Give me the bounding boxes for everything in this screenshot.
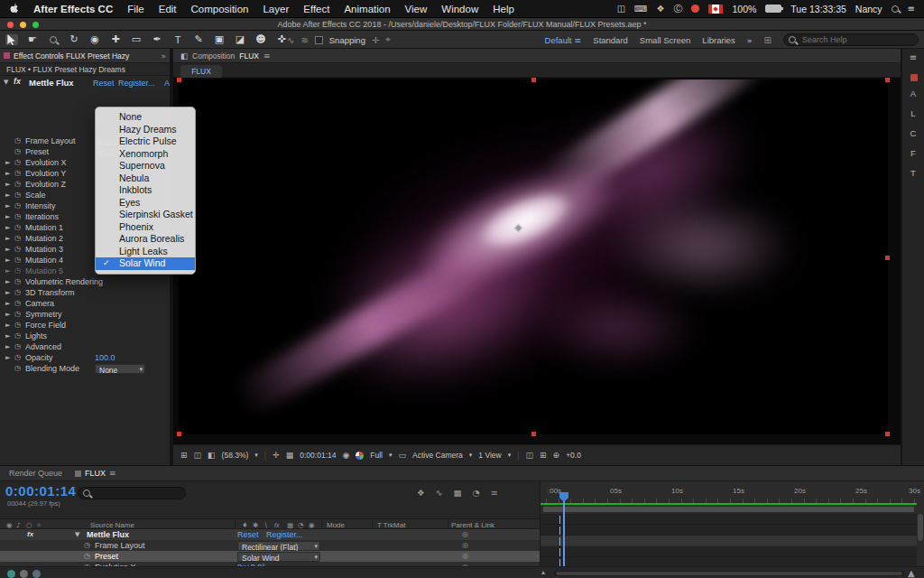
motion-blur-switch-icon[interactable]: ◔	[298, 521, 304, 529]
stopwatch-icon[interactable]: ◷	[14, 266, 21, 275]
menu-view[interactable]: View	[405, 4, 428, 14]
recording-status-icon[interactable]	[691, 5, 699, 13]
preset-option[interactable]: Eyes	[96, 197, 195, 210]
puppet-pin-tool[interactable]: ✜	[275, 33, 288, 46]
screen-icon[interactable]: ◫	[194, 451, 202, 460]
menu-layer[interactable]: Layer	[263, 4, 289, 14]
pixel-aspect-icon[interactable]: ◫	[526, 451, 534, 460]
stopwatch-icon[interactable]: ◷	[14, 212, 21, 220]
stopwatch-icon[interactable]: ◷	[14, 256, 21, 264]
trkmat-column[interactable]: T TrkMat	[377, 521, 405, 529]
comp-viewer-tab[interactable]: FLUX	[180, 65, 222, 78]
snapping-checkbox[interactable]	[315, 36, 323, 44]
snapshot-icon[interactable]: ◉	[342, 451, 349, 460]
collapsed-panel-tab[interactable]: L	[902, 108, 924, 118]
frame-layout-dropdown[interactable]: Rectilinear (Flat) ▾	[237, 541, 320, 551]
workspace-small-screen[interactable]: Small Screen	[640, 35, 691, 45]
snap-option-icon[interactable]: ⌖	[385, 34, 391, 45]
preset-option[interactable]: Sierpinski Gasket	[96, 209, 195, 221]
preset-option[interactable]: Supernova	[96, 160, 195, 172]
exposure-value[interactable]: +0.0	[566, 451, 581, 460]
twirl-closed-icon[interactable]: ►	[5, 213, 10, 220]
exposure-icon[interactable]: ⊕	[553, 451, 560, 460]
stopwatch-icon[interactable]: ◷	[14, 201, 21, 210]
twirl-closed-icon[interactable]: ►	[5, 300, 10, 307]
source-name-column[interactable]: Source Name	[90, 521, 134, 529]
audio-icon[interactable]: ♪	[16, 521, 21, 529]
menu-help[interactable]: Help	[493, 4, 514, 14]
shy-switch-icon[interactable]: ♦	[242, 521, 248, 529]
property-row[interactable]: ◷ Frame Layout Rectilinear (Flat) ▾ ◎	[0, 540, 540, 551]
mini-flowchart-icon[interactable]: ❖	[417, 488, 425, 498]
fx-switch-icon[interactable]: fx	[274, 521, 280, 529]
help-search-input[interactable]	[800, 34, 914, 45]
notification-center-icon[interactable]: ≡	[908, 4, 915, 14]
draft-3d-icon[interactable]: ◔	[472, 488, 479, 498]
toggle-button[interactable]	[32, 570, 41, 578]
render-queue-tab[interactable]: Render Queue	[9, 469, 62, 478]
frame-blend-switch-icon[interactable]: ▦	[287, 521, 293, 529]
camera-tool[interactable]: ◉	[88, 33, 101, 46]
collapsed-panel-tab[interactable]: C	[902, 128, 924, 138]
selection-handle[interactable]	[885, 256, 890, 260]
apple-menu-icon[interactable]	[9, 3, 19, 14]
dock-menu-icon[interactable]: ≡	[902, 52, 924, 62]
roto-brush-tool[interactable]: ☻	[254, 33, 267, 46]
preset-option[interactable]: None	[96, 111, 195, 124]
composition-panel-tab[interactable]: ◧ Composition FLUX ≡	[173, 49, 901, 63]
stopwatch-icon[interactable]: ◷	[14, 342, 21, 350]
stopwatch-icon[interactable]: ◷	[14, 277, 21, 285]
preset-option[interactable]: Xenomorph	[96, 148, 195, 161]
work-area-bar[interactable]	[542, 506, 915, 513]
reset-link[interactable]: Reset	[93, 79, 115, 88]
timeline-time-area[interactable]: :00s 05s 10s 15s 20s 25s 30s	[540, 481, 924, 566]
menu-animation[interactable]: Animation	[344, 4, 390, 14]
register-link[interactable]: Register...	[118, 79, 155, 88]
zoom-level[interactable]: (58.3%)	[222, 451, 249, 460]
twirl-closed-icon[interactable]: ►	[5, 343, 10, 350]
toggle-button[interactable]	[20, 570, 28, 578]
twirl-closed-icon[interactable]: ►	[5, 202, 10, 210]
stopwatch-icon[interactable]: ◷	[14, 353, 21, 361]
zoom-out-icon[interactable]: ▴	[541, 568, 545, 576]
hand-tool[interactable]: ☛	[26, 33, 39, 46]
mask-visibility-icon[interactable]: ◧	[208, 451, 216, 460]
effect-header-row[interactable]: ▼ fx Mettle Flux Reset Register... A	[0, 76, 170, 89]
timeline-timecode[interactable]: 0:00:01:14	[5, 483, 76, 499]
twirl-closed-icon[interactable]: ►	[5, 354, 10, 361]
zoom-tool[interactable]	[47, 33, 60, 46]
pan-behind-tool[interactable]: ✚	[109, 33, 122, 46]
eye-icon[interactable]: ◉	[6, 521, 13, 529]
preset-option[interactable]: Hazy Dreams	[96, 124, 195, 136]
status-icon[interactable]: ❖	[657, 4, 665, 14]
menu-composition[interactable]: Composition	[191, 4, 249, 14]
effect-controls-tab[interactable]: Effect Controls FLUX Preset Hazy »	[0, 49, 170, 63]
selection-handle[interactable]	[177, 432, 181, 436]
collapsed-panel-tab[interactable]: T	[902, 168, 924, 178]
workspace-standard[interactable]: Standard	[593, 35, 628, 45]
vertical-scrollbar[interactable]	[918, 514, 923, 566]
menubar-app-name[interactable]: After Effects CC	[33, 4, 113, 14]
channels-icon[interactable]	[356, 452, 364, 460]
timeline-search-input[interactable]	[95, 488, 181, 499]
pickwhip-icon[interactable]: ◎	[462, 530, 468, 538]
status-icon[interactable]: Ⓒ	[673, 3, 682, 15]
selection-handle[interactable]	[531, 78, 536, 82]
preset-option[interactable]: Phoenix	[96, 221, 195, 234]
type-tool[interactable]: T	[171, 33, 184, 46]
collapsed-panel-tab[interactable]: F	[902, 148, 924, 158]
opacity-value[interactable]: 100.0	[95, 353, 116, 362]
mode-column[interactable]: Mode	[327, 521, 345, 529]
stopwatch-icon[interactable]: ◷	[14, 245, 21, 253]
preset-option-selected[interactable]: ✓ Solar Wind	[96, 257, 195, 270]
preset-option[interactable]: Light Leaks	[96, 246, 195, 258]
view-layout-select[interactable]: 1 View	[478, 451, 501, 460]
preset-option[interactable]: Aurora Borealis	[96, 233, 195, 246]
collapse-switch-icon[interactable]: ✱	[253, 521, 258, 529]
menu-edit[interactable]: Edit	[159, 4, 177, 14]
preset-dropdown[interactable]: Solar Wind ▾	[237, 552, 320, 562]
timeline-comp-tab[interactable]: FLUX ≡	[75, 469, 116, 478]
status-icon[interactable]: ⌨	[634, 4, 647, 14]
stopwatch-icon[interactable]: ◷	[14, 147, 21, 155]
composition-marker-button[interactable]	[7, 570, 15, 578]
